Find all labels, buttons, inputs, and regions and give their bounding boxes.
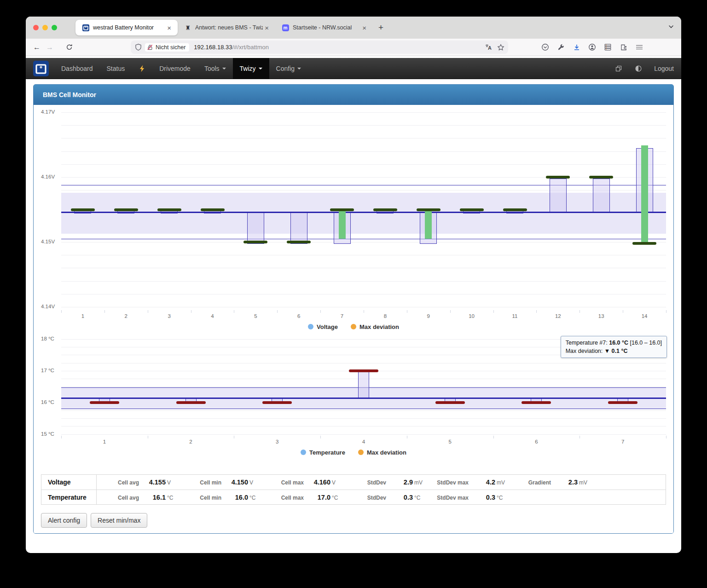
legend-entry[interactable]: Max deviation (358, 449, 406, 456)
containers-icon[interactable] (604, 43, 612, 51)
cell-range-box[interactable] (550, 179, 567, 212)
cell-value-mark[interactable] (522, 401, 551, 404)
temperature-chart-legend[interactable]: TemperatureMax deviation (41, 447, 666, 458)
menu-hamburger-icon[interactable] (635, 43, 643, 51)
cell-value-mark[interactable] (176, 401, 206, 404)
reload-button[interactable] (63, 41, 75, 53)
nav-item-status[interactable]: Status (100, 58, 132, 79)
cell-value-mark[interactable] (435, 401, 465, 404)
nav-item-drivemode[interactable]: Drivemode (152, 58, 197, 79)
x-axis-tick (407, 436, 407, 438)
cell-value-mark[interactable] (349, 369, 378, 372)
app-logo-icon[interactable] (33, 61, 49, 76)
max-deviation-bar[interactable] (641, 145, 648, 244)
cell-value-mark[interactable] (546, 176, 570, 179)
metric-unit: V (332, 479, 344, 486)
browser-tab[interactable]: mStartseite - NRW.social× (275, 20, 373, 35)
cell-value-mark[interactable] (71, 208, 95, 211)
plot-area: 1234567891011121314 (61, 109, 666, 310)
summary-metric: Cell avg16.1°C (97, 494, 179, 501)
cell-value-mark[interactable] (417, 208, 440, 211)
svg-text:A: A (488, 45, 492, 51)
max-deviation-bar[interactable] (339, 209, 346, 239)
logout-link[interactable]: Logout (654, 65, 674, 72)
cell-range-box[interactable] (593, 179, 610, 212)
shield-icon[interactable] (134, 43, 142, 51)
tab-close-icon[interactable]: × (360, 24, 368, 32)
browser-tab[interactable]: westrad Battery Monitor× (75, 20, 178, 35)
cell-value-mark[interactable] (157, 208, 181, 211)
account-icon[interactable] (588, 43, 596, 51)
legend-entry[interactable]: Temperature (301, 449, 345, 456)
translate-icon[interactable]: A (484, 43, 492, 51)
page-content: BMS Cell Monitor 12345678910111213144.17… (26, 79, 681, 534)
reset-min-max-button[interactable]: Reset min/max (91, 513, 147, 528)
metric-value: 4.160 (304, 478, 330, 486)
tab-close-icon[interactable]: × (165, 24, 173, 32)
summary-metric: Cell min4.150V (179, 478, 261, 486)
pocket-icon[interactable] (541, 43, 549, 51)
dark-mode-contrast-icon[interactable] (634, 64, 642, 72)
cell-value-mark[interactable] (287, 241, 311, 243)
cell-value-mark[interactable] (460, 208, 484, 211)
fullscreen-window-icon[interactable] (614, 64, 622, 72)
action-buttons: Alert configReset min/max (41, 513, 666, 529)
cell-value-mark[interactable] (632, 242, 656, 245)
gridline (61, 242, 666, 242)
x-axis-label: 13 (580, 313, 623, 319)
address-bar[interactable]: Nicht sicher 192.168.18.33/#/xrt/battmon… (131, 40, 508, 54)
legend-label: Max deviation (367, 449, 406, 456)
cell-value-mark[interactable] (262, 401, 292, 404)
legend-entry[interactable]: Max deviation (351, 323, 399, 330)
cell-value-mark[interactable] (589, 176, 613, 179)
tab-close-icon[interactable]: × (263, 24, 271, 32)
cell-value-mark[interactable] (201, 208, 225, 211)
cell-value-mark[interactable] (373, 208, 397, 211)
cell-range-box[interactable] (247, 212, 264, 244)
wrench-icon[interactable] (557, 43, 565, 51)
x-axis-label: 8 (364, 313, 407, 319)
x-axis-label: 1 (61, 439, 148, 444)
voltage-chart-legend[interactable]: VoltageMax deviation (41, 321, 666, 332)
nav-item-dashboard[interactable]: Dashboard (54, 58, 100, 79)
nav-item-label: Drivemode (159, 65, 191, 72)
new-tab-button[interactable]: + (373, 23, 389, 33)
gridline (61, 426, 666, 427)
list-all-tabs-icon[interactable] (667, 23, 675, 32)
back-button[interactable]: ← (30, 41, 43, 53)
forward-button[interactable]: → (43, 41, 56, 53)
zoom-window-button[interactable] (52, 25, 57, 30)
legend-entry[interactable]: Voltage (308, 323, 338, 330)
x-axis-label: 11 (493, 313, 537, 319)
cell-value-mark[interactable] (243, 241, 267, 243)
bookmark-star-icon[interactable] (497, 43, 504, 51)
tab-title: westrad Battery Monitor (93, 24, 165, 31)
cell-value-mark[interactable] (90, 401, 119, 404)
cell-value-mark[interactable] (330, 208, 354, 211)
alert-config-button[interactable]: Alert config (41, 513, 87, 528)
nav-item-tools[interactable]: Tools (197, 58, 233, 79)
x-axis-label: 6 (493, 439, 580, 444)
panel-title: BMS Cell Monitor (34, 85, 673, 105)
average-line (61, 398, 666, 399)
minimize-window-button[interactable] (42, 25, 48, 30)
cell-value-mark[interactable] (608, 401, 637, 404)
security-indicator[interactable]: Nicht sicher (145, 43, 189, 52)
gridline (61, 281, 666, 282)
browser-tab[interactable]: ♜Antwort: neues BMS - Twizy For× (178, 20, 275, 35)
nav-item-twizy[interactable]: Twizy (233, 58, 269, 79)
nav-item-config[interactable]: Config (269, 58, 308, 79)
download-icon[interactable] (573, 43, 580, 51)
nav-item-bolt[interactable] (132, 58, 152, 79)
summary-row-label: Temperature (41, 490, 97, 505)
cell-value-mark[interactable] (503, 208, 527, 211)
metric-value: 4.155 (139, 478, 166, 486)
close-window-button[interactable] (33, 25, 39, 30)
caret-down-icon (222, 68, 226, 69)
extensions-puzzle-icon[interactable] (620, 43, 627, 51)
cell-range-box[interactable] (358, 371, 369, 398)
cell-range-box[interactable] (290, 212, 307, 244)
cell-value-mark[interactable] (114, 208, 138, 211)
x-axis-tick (666, 310, 666, 313)
max-deviation-bar[interactable] (425, 209, 432, 239)
